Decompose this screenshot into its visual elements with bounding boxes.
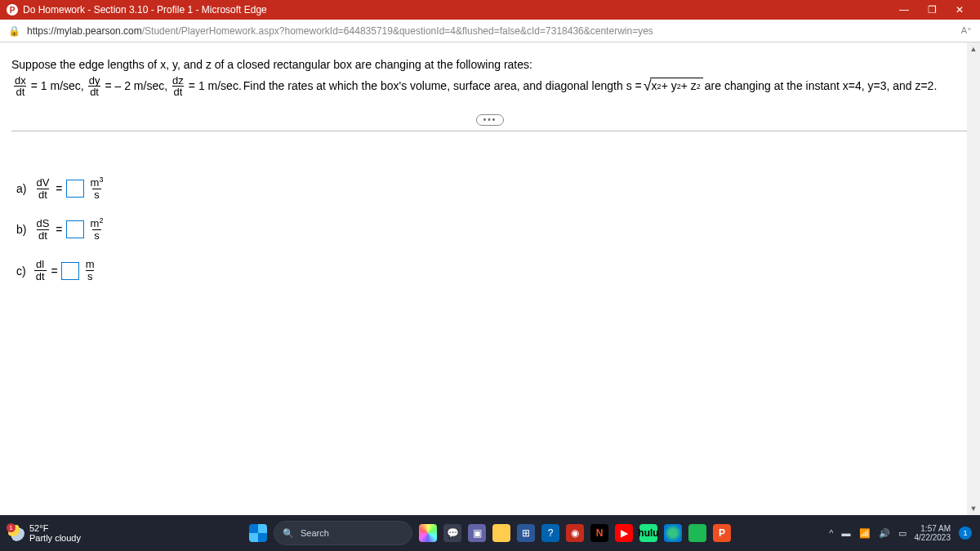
frac-num: dz	[171, 75, 185, 87]
unit-m: m	[91, 217, 100, 229]
equals: =	[51, 264, 58, 278]
frac-den: dt	[37, 189, 49, 201]
camera-icon[interactable]: ▣	[468, 524, 486, 542]
dz-value: = 1 m/sec.	[189, 78, 242, 95]
file-explorer-icon[interactable]	[492, 524, 510, 542]
unit-num: m	[84, 259, 96, 270]
expand-ellipsis-button[interactable]: •••	[476, 114, 504, 126]
dx-value: = 1 m/sec,	[31, 78, 84, 95]
dl-dt-fraction: dl dt	[34, 259, 47, 282]
sqrt-expression: √ x2 + y2 + z2	[644, 76, 703, 96]
radicand: x2 + y2 + z2	[650, 78, 703, 95]
spotify-icon[interactable]	[688, 524, 706, 542]
browser-icon[interactable]: ◉	[566, 524, 584, 542]
youtube-icon[interactable]: ▶	[615, 524, 633, 542]
answer-section: a) dV dt = m3 s b) dS dt = m2 s	[16, 177, 969, 282]
store-icon[interactable]: ⊞	[517, 524, 535, 542]
frac-num: dl	[34, 259, 46, 270]
battery-icon[interactable]: ▭	[898, 528, 906, 539]
url-text[interactable]: https://mylab.pearson.com/Student/Player…	[27, 25, 653, 37]
dx-dt-fraction: dx dt	[13, 75, 28, 98]
start-button[interactable]	[249, 524, 267, 542]
problem-tail: are changing at the instant x=4, y=3, an…	[705, 78, 937, 95]
dy-dt-fraction: dy dt	[87, 75, 102, 98]
answer-c-row: c) dl dt = m s	[16, 259, 969, 282]
onedrive-icon[interactable]: ▬	[842, 528, 851, 538]
dV-dt-fraction: dV dt	[34, 177, 51, 200]
scroll-track[interactable]	[967, 56, 980, 502]
url-path: /Student/PlayerHomework.aspx?homeworkId=…	[142, 25, 653, 37]
dz-dt-fraction: dz dt	[171, 75, 185, 98]
chat-icon[interactable]: 💬	[443, 524, 461, 542]
answer-b-row: b) dS dt = m2 s	[16, 218, 969, 241]
answer-b-label: b)	[16, 223, 26, 236]
weather-badge: 1	[7, 523, 16, 532]
search-icon: 🔍	[283, 528, 294, 539]
dy-value: = – 2 m/sec,	[105, 78, 167, 95]
maximize-button[interactable]: ❐	[918, 4, 946, 16]
frac-num: dS	[34, 218, 51, 229]
divider	[11, 131, 969, 131]
weather-temp: 52°F	[29, 523, 81, 533]
volume-icon[interactable]: 🔊	[879, 528, 890, 539]
frac-den: dt	[88, 86, 100, 98]
scroll-down-arrow-icon[interactable]: ▼	[967, 502, 980, 515]
scroll-up-arrow-icon[interactable]: ▲	[967, 42, 980, 56]
taskbar-search[interactable]: 🔍 Search	[274, 521, 412, 545]
wifi-icon[interactable]: 📶	[859, 528, 871, 539]
unit-c: m s	[84, 259, 96, 282]
p-app-icon[interactable]: P	[713, 524, 731, 542]
answer-a-label: a)	[16, 182, 26, 195]
copilot-icon[interactable]	[419, 524, 437, 542]
unit-exp: 3	[99, 176, 103, 184]
system-tray: ^ ▬ 📶 🔊 ▭ 1:57 AM 4/22/2023 1	[821, 524, 980, 542]
unit-b: m2 s	[89, 218, 105, 241]
unit-exp: 2	[99, 216, 103, 224]
unit-num: m2	[89, 218, 105, 229]
url-host: https://mylab.pearson.com	[27, 25, 142, 37]
frac-num: dx	[13, 75, 28, 87]
equals: =	[56, 223, 62, 236]
minimize-button[interactable]: —	[890, 4, 918, 16]
unit-a: m3 s	[89, 177, 105, 200]
weather-condition: Partly cloudy	[29, 533, 81, 543]
frac-den: dt	[172, 86, 185, 98]
unit-den: s	[86, 270, 95, 282]
answer-a-row: a) dV dt = m3 s	[16, 177, 969, 200]
weather-widget[interactable]: 1 52°F Partly cloudy	[0, 523, 89, 543]
window-title: Do Homework - Section 3.10 - Profile 1 -…	[23, 4, 267, 16]
taskbar-center: 🔍 Search 💬 ▣ ⊞ ? ◉ N ▶ hulu P	[249, 521, 731, 545]
security-icon[interactable]: ?	[541, 524, 559, 542]
equals: =	[56, 182, 62, 195]
problem-intro: Suppose the edge lengths of x, y, and z …	[11, 57, 969, 73]
vertical-scrollbar[interactable]: ▲ ▼	[967, 42, 980, 515]
unit-den: s	[92, 229, 101, 242]
tray-chevron-icon[interactable]: ^	[829, 528, 833, 538]
rad-y: + y	[662, 78, 677, 95]
windows-taskbar: 1 52°F Partly cloudy 🔍 Search 💬 ▣ ⊞ ? ◉ …	[0, 515, 980, 551]
frac-num: dV	[34, 177, 51, 189]
answer-b-input[interactable]	[66, 220, 84, 238]
answer-c-label: c)	[16, 264, 26, 278]
n-app-icon[interactable]: N	[590, 524, 608, 542]
clock-time: 1:57 AM	[915, 524, 951, 533]
notification-badge[interactable]: 1	[959, 527, 972, 540]
rad-x: x	[652, 78, 657, 95]
address-bar: 🔒 https://mylab.pearson.com/Student/Play…	[0, 20, 980, 42]
unit-num: m3	[89, 177, 105, 189]
answer-a-input[interactable]	[66, 180, 84, 198]
unit-m: m	[86, 258, 95, 270]
clock[interactable]: 1:57 AM 4/22/2023	[915, 524, 951, 542]
weather-icon: 1	[8, 525, 24, 541]
lock-icon[interactable]: 🔒	[8, 25, 20, 37]
reader-mode-button[interactable]: A⁺	[961, 25, 972, 36]
close-button[interactable]: ✕	[946, 4, 973, 16]
unit-den: s	[92, 189, 101, 201]
app-icon: P	[7, 4, 18, 16]
clock-date: 4/22/2023	[915, 533, 951, 542]
frac-den: dt	[37, 229, 49, 242]
weather-text: 52°F Partly cloudy	[29, 523, 81, 543]
edge-icon[interactable]	[664, 524, 682, 542]
hulu-icon[interactable]: hulu	[639, 524, 657, 542]
answer-c-input[interactable]	[61, 262, 79, 280]
